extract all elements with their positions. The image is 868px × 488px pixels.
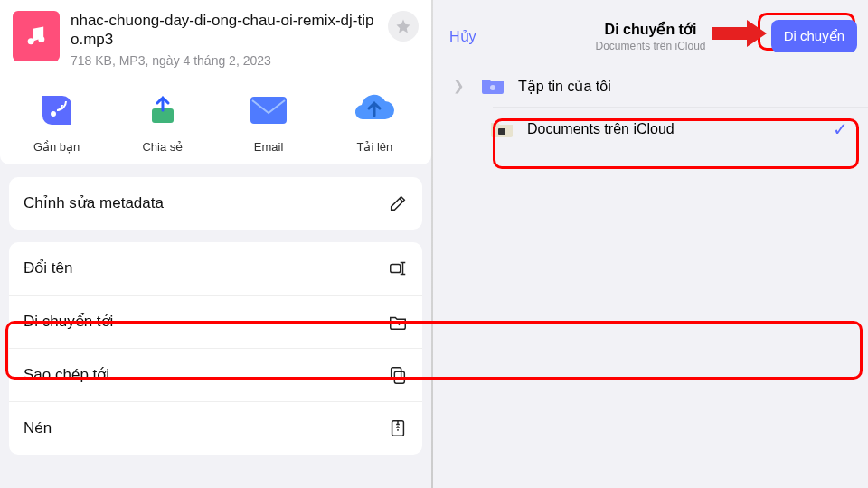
metadata-card: Chỉnh sửa metadata: [9, 177, 422, 230]
share-row: Gần bạn Chia sẻ Email Tải lên: [0, 77, 431, 164]
share-email-label: Email: [254, 140, 284, 154]
svg-rect-7: [392, 367, 401, 379]
destination-header: Hủy Di chuyển tới Documents trên iCloud …: [433, 0, 868, 65]
edit-metadata-label: Chỉnh sửa metadata: [24, 193, 164, 212]
left-pane: nhac-chuong-day-di-ong-chau-oi-remix-dj-…: [0, 0, 431, 488]
actions-card: Đổi tên Di chuyển tới Sao chép tới Nén: [9, 242, 422, 455]
svg-rect-5: [391, 264, 401, 272]
svg-point-2: [52, 112, 55, 116]
folder-icon: [480, 76, 505, 96]
folder-move-icon: [388, 312, 408, 332]
file-music-icon: [13, 11, 60, 61]
chevron-right-icon: ❯: [453, 78, 467, 94]
compress-label: Nén: [24, 419, 52, 437]
favorite-button[interactable]: [388, 11, 419, 42]
svg-point-1: [38, 36, 44, 42]
file-title-block: nhac-chuong-day-di-ong-chau-oi-remix-dj-…: [71, 11, 377, 68]
edit-metadata-row[interactable]: Chỉnh sửa metadata: [9, 177, 422, 230]
right-pane: Hủy Di chuyển tới Documents trên iCloud …: [433, 0, 868, 488]
share-upload[interactable]: Tải lên: [322, 86, 428, 154]
copy-to-row[interactable]: Sao chép tới: [9, 348, 422, 401]
svg-point-0: [28, 38, 34, 44]
email-icon: [244, 86, 293, 135]
zip-icon: [388, 418, 408, 438]
move-to-row[interactable]: Di chuyển tới: [9, 295, 422, 348]
file-name: nhac-chuong-day-di-ong-chau-oi-remix-dj-…: [71, 11, 377, 50]
my-files-label: Tập tin của tôi: [518, 78, 611, 95]
copy-to-label: Sao chép tới: [24, 365, 109, 384]
folder-docs-icon: [489, 119, 514, 139]
move-to-label: Di chuyển tới: [24, 312, 113, 331]
svg-rect-4: [250, 97, 287, 124]
my-files-row[interactable]: ❯ Tập tin của tôi: [433, 65, 868, 107]
file-header: nhac-chuong-day-di-ong-chau-oi-remix-dj-…: [0, 0, 431, 77]
compress-row[interactable]: Nén: [9, 401, 422, 455]
rename-row[interactable]: Đổi tên: [9, 242, 422, 295]
share-nearby-label: Gần bạn: [33, 140, 80, 154]
docs-icloud-row[interactable]: Documents trên iCloud ✓: [433, 108, 868, 151]
share-upload-label: Tải lên: [356, 140, 392, 154]
star-icon: [395, 18, 411, 34]
share-icon: [138, 86, 187, 135]
rename-label: Đổi tên: [24, 258, 72, 277]
file-meta: 718 KB, MP3, ngày 4 tháng 2, 2023: [71, 53, 377, 68]
checkmark-icon: ✓: [833, 118, 848, 140]
copy-icon: [388, 365, 408, 385]
cloud-upload-icon: [350, 86, 399, 135]
move-button[interactable]: Di chuyển: [771, 20, 857, 52]
edit-icon: [388, 193, 408, 213]
share-email[interactable]: Email: [216, 86, 322, 154]
cancel-button[interactable]: Hủy: [449, 28, 476, 45]
rename-icon: [388, 258, 408, 278]
svg-rect-6: [394, 371, 404, 383]
share-nearby[interactable]: Gần bạn: [4, 86, 109, 154]
docs-icloud-label: Documents trên iCloud: [527, 121, 675, 137]
svg-point-9: [490, 85, 495, 90]
share-share-label: Chia sẻ: [142, 140, 183, 154]
nearby-icon: [33, 86, 81, 135]
share-share[interactable]: Chia sẻ: [109, 86, 215, 154]
svg-rect-10: [498, 128, 505, 135]
